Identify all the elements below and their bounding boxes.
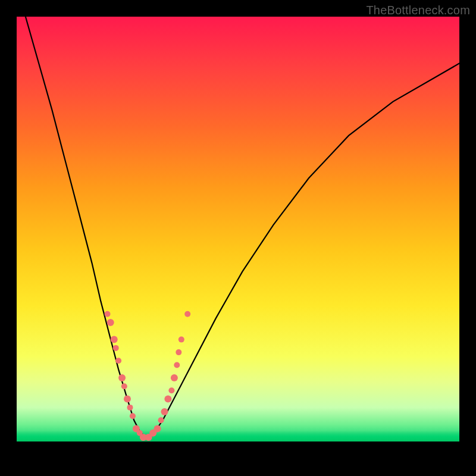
data-point [127,405,133,411]
data-point [178,337,184,343]
data-point [168,387,174,393]
data-point [158,417,164,423]
data-point [176,349,181,355]
data-point [164,396,171,403]
chart-frame [17,17,459,459]
data-point [118,374,126,381]
data-point [161,408,168,415]
data-point [184,311,190,317]
chart-svg [17,17,459,441]
watermark-text: TheBottleneck.com [366,4,470,17]
data-point [154,425,161,433]
data-point [124,396,131,403]
data-point [107,319,114,326]
data-point [130,413,136,419]
data-point [105,311,111,317]
data-point [113,345,119,351]
data-point [115,358,121,364]
data-point [121,383,127,389]
bottleneck-curve [26,17,459,437]
data-point-layer [105,311,191,441]
data-point [171,374,178,381]
data-point [111,336,118,343]
data-point [174,362,180,368]
chart-bottom-border [17,441,459,459]
